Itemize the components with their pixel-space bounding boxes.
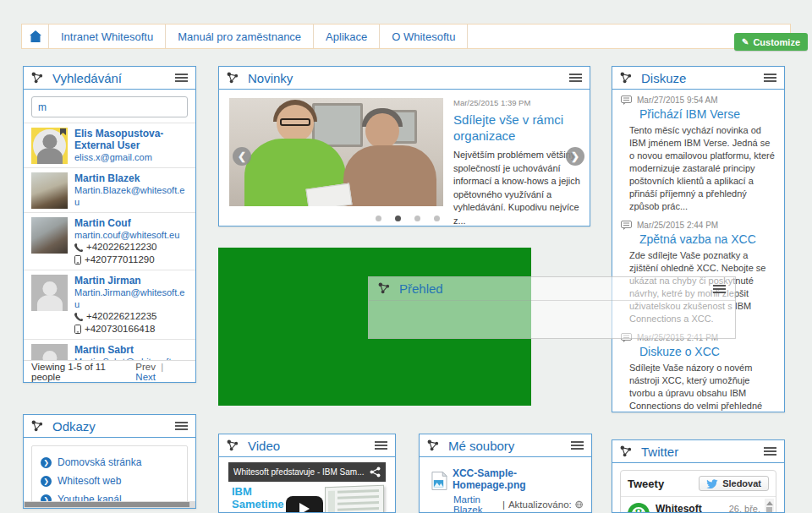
file-separator: | [502,499,505,510]
thread-text: Sdílejte Vaše názory o novém nástroji XC… [629,362,776,412]
video-widget: Video IBM Sametime Whitesoft představuje… [218,434,396,513]
person-name[interactable]: Elis Masopustova-External User [74,128,188,151]
carousel-dots [376,216,440,221]
twitter-bird-icon [706,479,718,488]
discussion-thread: Mar/27/2015 9:54 AM Přichází IBM Verse T… [612,90,784,215]
person-name[interactable]: Martin Jirman [74,275,188,287]
customize-button[interactable]: ✎ Customize [734,33,808,51]
link-whitesoft-web[interactable]: Whitesoft web [58,475,121,487]
nav-tab-o-whitesoftu[interactable]: O Whitesoftu [380,25,468,48]
widget-molecule-icon [227,72,239,85]
thread-title[interactable]: Přichází IBM Verse [639,107,776,121]
search-input[interactable] [31,96,188,117]
twitter-widget-header: Twitter [612,440,784,463]
share-icon[interactable] [370,467,381,478]
person-phone: +420226212230 [86,241,156,254]
person-email[interactable]: martin.couf@whitesoft.eu [74,229,179,241]
carousel-next-icon[interactable]: ❯ [566,147,584,166]
avatar [31,172,68,209]
carousel-dot-2-active[interactable] [395,216,401,221]
avatar [31,128,68,164]
thread-title[interactable]: Diskuze o XCC [639,345,776,358]
link-arrow-icon: ❯ [41,476,52,487]
person-row[interactable]: Elis Masopustova-External User eliss.x@g… [24,123,195,167]
twitter-widget-title: Twitter [641,445,764,459]
follow-button[interactable]: Sledovat [699,476,769,491]
links-widget-menu-icon[interactable] [175,420,188,432]
thread-text: Tento měsíc vychází novinka od IBM jméne… [629,124,776,213]
search-widget-menu-icon[interactable] [175,72,188,84]
widget-molecule-icon [427,439,440,452]
person-name[interactable]: Martin Blazek [74,172,188,184]
carousel-dot-4[interactable] [434,216,440,221]
link-homepage[interactable]: Domovská stránka [58,456,141,468]
my-files-widget-menu-icon[interactable] [571,439,584,451]
pencil-icon: ✎ [742,37,749,46]
nav-tab-intranet[interactable]: Intranet Whitesoftu [49,25,166,48]
customize-label: Customize [753,37,800,47]
video-widget-menu-icon[interactable] [375,439,387,451]
tweet-avatar: W [628,503,650,513]
next-page-link[interactable]: Next [135,372,156,382]
search-widget-header: Vyhledávání [24,67,195,90]
person-row[interactable]: Martin Couf martin.couf@whitesoft.eu +42… [24,212,195,270]
video-brand-line1: IBM [232,485,283,498]
speech-bubble-icon [621,221,632,230]
news-article-photo[interactable] [229,98,443,206]
file-updated-label: Aktualizováno: [508,499,572,510]
prev-page-link[interactable]: Prev [135,362,156,372]
widget-molecule-icon [620,72,633,85]
mobile-icon [74,325,81,334]
link-item[interactable]: ❯ Domovská stránka [37,453,182,472]
avatar [31,217,68,254]
news-article-headline[interactable]: Sdílejte vše v rámci organizace [453,112,582,144]
news-article-date: Mar/25/2015 1:39 PM [453,98,582,107]
file-name-link[interactable]: XCC-Sample-Homepage.png [453,467,583,491]
dragged-overview-widget[interactable]: Přehled [368,276,736,339]
nav-tab-manual[interactable]: Manuál pro zaměstnance [166,25,314,48]
horizontal-scrollbar[interactable] [24,501,195,508]
link-arrow-icon: ❯ [41,457,52,468]
links-widget-header: Odkazy [24,415,195,438]
tweet-item[interactable]: W Whitesoft @WhitesoftNews 26. bře. [621,497,776,513]
discussions-widget-menu-icon[interactable] [764,72,776,84]
overview-widget-menu-icon[interactable] [713,283,726,295]
carousel-prev-icon[interactable]: ❮ [233,147,251,166]
vertical-scrollbar[interactable] [765,499,774,513]
tweet-date: 26. bře. [729,504,760,513]
globe-icon [575,499,583,510]
widget-molecule-icon [227,439,239,452]
youtube-player[interactable]: IBM Sametime Whitesoft představuje - IBM… [228,462,386,513]
video-widget-title: Video [248,439,375,453]
person-mobile: +420730166418 [85,323,155,336]
link-item[interactable]: ❯ Whitesoft web [37,472,182,490]
image-file-icon [431,471,447,491]
person-email[interactable]: eliss.x@gmail.com [74,151,188,163]
carousel-dot-3[interactable] [414,216,420,221]
video-screenshot-graphic [325,485,384,513]
home-tab[interactable] [22,25,49,48]
person-phone: +420226212235 [86,310,156,323]
person-email[interactable]: Martin.Jirman@whitesoft.eu [74,287,188,310]
thread-title[interactable]: Zpětná vazba na XCC [639,232,776,246]
news-widget-menu-icon[interactable] [569,72,582,84]
nav-tab-aplikace[interactable]: Aplikace [314,25,380,48]
scroll-up-icon[interactable] [766,501,773,505]
my-files-widget-header: Mé soubory [420,434,591,457]
avatar [31,275,68,311]
person-row[interactable]: Martin Jirman Martin.Jirman@whitesoft.eu… [24,270,195,339]
video-title[interactable]: Whitesoft představuje - IBM Sam... [233,467,370,477]
person-name[interactable]: Martin Sabrt [74,344,184,356]
carousel-dot-1[interactable] [376,216,381,221]
person-name[interactable]: Martin Couf [74,217,179,229]
external-user-flag-icon [59,128,67,136]
links-widget: Odkazy ❯ Domovská stránka ❯ Whitesoft we… [23,414,196,509]
person-row[interactable]: Martin Blazek Martin.Blazek@whitesoft.eu [24,167,195,212]
play-button[interactable] [286,496,323,513]
file-author-link[interactable]: Martin Blazek [453,494,499,513]
pager-separator: | [161,362,163,372]
video-widget-header: Video [219,434,395,457]
video-brand-line2: Sametime [232,498,283,510]
person-email[interactable]: Martin.Blazek@whitesoft.eu [74,184,188,208]
twitter-widget-menu-icon[interactable] [764,445,776,457]
